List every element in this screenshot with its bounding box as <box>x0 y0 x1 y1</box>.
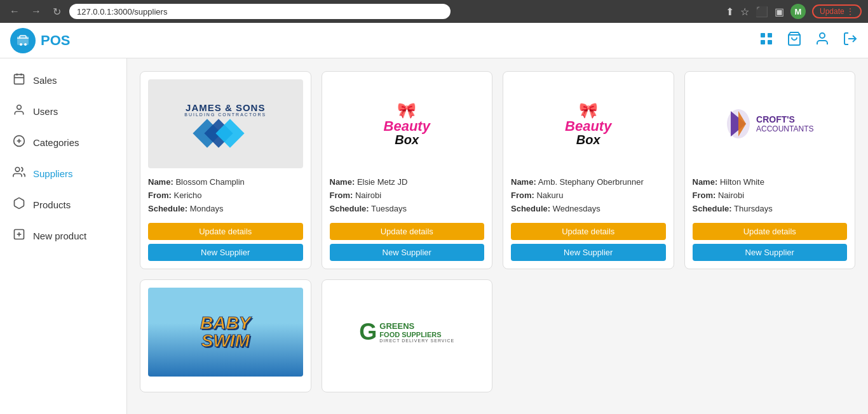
svg-point-2 <box>24 43 27 46</box>
sidebar: Sales Users Categories <box>0 58 127 414</box>
supplier-info-3: Name: Amb. Stephany Oberbrunner From: Na… <box>511 176 666 215</box>
new-supplier-button-2[interactable]: New Supplier <box>330 244 485 261</box>
content-area: JAMES & SONS BUILDING CONTRACTORS Name: … <box>127 58 868 414</box>
supplier-info-2: Name: Elsie Metz JD From: Nairobi Schedu… <box>330 176 485 215</box>
supplier-logo-2: 🎀 Beauty Box <box>330 79 485 168</box>
supplier-card-1: JAMES & SONS BUILDING CONTRACTORS Name: … <box>140 71 311 269</box>
user-icon[interactable] <box>815 31 830 50</box>
new-supplier-button-3[interactable]: New Supplier <box>511 244 666 261</box>
sidebar-label-suppliers: Suppliers <box>33 168 73 179</box>
update-button[interactable]: Update ⋮ <box>812 4 862 18</box>
products-icon <box>13 197 25 213</box>
logo-text: POS <box>41 32 70 49</box>
profile-button[interactable]: M <box>790 4 806 19</box>
svg-rect-0 <box>17 36 29 45</box>
sidebar-label-products: Products <box>33 199 71 210</box>
cart-icon[interactable] <box>787 31 802 50</box>
forward-button[interactable]: → <box>28 4 44 18</box>
svg-rect-3 <box>761 33 765 37</box>
main-layout: Sales Users Categories <box>0 58 868 414</box>
share-icon[interactable]: ⬆ <box>726 6 734 18</box>
svg-rect-6 <box>768 40 772 44</box>
svg-point-14 <box>17 105 22 110</box>
supplier-logo-6: G GREENS FOOD SUPPLIERS DIRECT DELIVERY … <box>330 288 485 377</box>
grid-icon[interactable] <box>759 31 774 50</box>
svg-point-8 <box>820 33 825 38</box>
extensions-icon[interactable]: ⬛ <box>756 6 768 18</box>
logo[interactable]: POS <box>10 28 70 53</box>
supplier-info-1: Name: Blossom Champlin From: Kericho Sch… <box>148 176 303 215</box>
calendar-icon <box>13 72 25 88</box>
update-details-button-4[interactable]: Update details <box>693 223 848 240</box>
svg-point-1 <box>20 43 22 46</box>
supplier-logo-5: BABY SWIM <box>148 288 303 377</box>
sidebar-label-new-product: New product <box>33 230 86 241</box>
supplier-card-4: CROFT'S ACCOUNTANTS Name: Hilton White F… <box>684 71 856 269</box>
users-icon <box>13 104 25 119</box>
supplier-logo-1: JAMES & SONS BUILDING CONTRACTORS <box>148 79 303 168</box>
header-right <box>759 31 858 50</box>
new-product-icon <box>13 228 25 244</box>
suppliers-icon <box>13 166 25 182</box>
supplier-card-2: 🎀 Beauty Box Name: Elsie Metz JD From: N… <box>322 71 493 269</box>
svg-rect-10 <box>15 74 24 84</box>
update-details-button-1[interactable]: Update details <box>148 223 303 240</box>
supplier-card-6: G GREENS FOOD SUPPLIERS DIRECT DELIVERY … <box>322 279 493 392</box>
svg-rect-4 <box>768 33 772 37</box>
svg-point-18 <box>15 168 20 172</box>
browser-actions: ⬆ ☆ ⬛ ▣ M Update ⋮ <box>726 4 862 19</box>
sidebar-item-users[interactable]: Users <box>0 96 126 127</box>
sidebar-label-sales: Sales <box>33 75 57 86</box>
sidebar-label-categories: Categories <box>33 137 79 148</box>
sidebar-label-users: Users <box>33 106 58 117</box>
sidebar-item-categories[interactable]: Categories <box>0 127 126 158</box>
browser-chrome: ← → ↻ ⬆ ☆ ⬛ ▣ M Update ⋮ <box>0 0 868 23</box>
new-supplier-button-1[interactable]: New Supplier <box>148 244 303 261</box>
supplier-logo-4: CROFT'S ACCOUNTANTS <box>693 79 848 168</box>
sidebar-item-products[interactable]: Products <box>0 189 126 220</box>
supplier-grid: JAMES & SONS BUILDING CONTRACTORS Name: … <box>140 71 855 392</box>
sidebar-item-new-product[interactable]: New product <box>0 220 126 251</box>
supplier-info-4: Name: Hilton White From: Nairobi Schedul… <box>693 176 848 215</box>
back-button[interactable]: ← <box>6 4 23 18</box>
url-bar[interactable] <box>69 4 451 19</box>
update-details-button-2[interactable]: Update details <box>330 223 485 240</box>
bookmark-icon[interactable]: ☆ <box>740 6 749 18</box>
supplier-card-5: BABY SWIM <box>140 279 311 392</box>
svg-rect-5 <box>761 40 765 44</box>
refresh-button[interactable]: ↻ <box>50 4 64 19</box>
new-supplier-button-4[interactable]: New Supplier <box>693 244 848 261</box>
logo-icon <box>10 28 36 53</box>
update-details-button-3[interactable]: Update details <box>511 223 666 240</box>
logout-icon[interactable] <box>843 31 858 50</box>
supplier-card-3: 🎀 Beauty Box Name: Amb. Stephany Oberbru… <box>503 71 674 269</box>
window-icon[interactable]: ▣ <box>775 6 784 18</box>
sidebar-item-suppliers[interactable]: Suppliers <box>0 158 126 189</box>
sidebar-item-sales[interactable]: Sales <box>0 65 126 96</box>
categories-icon <box>13 135 25 150</box>
supplier-logo-3: 🎀 Beauty Box <box>511 79 666 168</box>
app-header: POS <box>0 23 868 58</box>
